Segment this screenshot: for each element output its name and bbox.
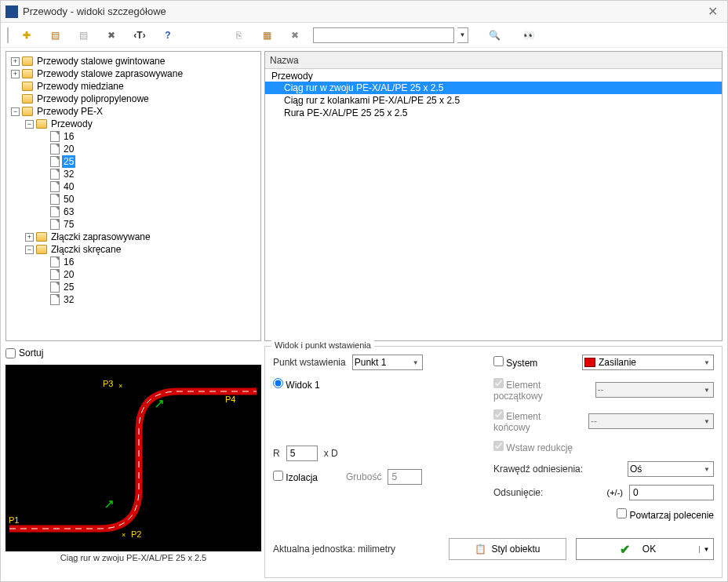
element-koncowy-check: Element końcowy: [493, 409, 576, 433]
tree-leaf[interactable]: 16: [38, 130, 259, 143]
system-select[interactable]: Zasilanie▼: [582, 355, 714, 370]
tree-leaf[interactable]: 40: [38, 180, 259, 193]
tree-leaf[interactable]: 32: [38, 293, 259, 306]
tree-item[interactable]: +Przewody stalowe gwintowane: [9, 55, 259, 67]
unit-label: Aktualna jednostka: milimetry: [273, 544, 395, 555]
tree-leaf[interactable]: 20: [38, 143, 259, 155]
list-header[interactable]: Nazwa: [265, 52, 722, 69]
tree: +Przewody stalowe gwintowane +Przewody s…: [6, 52, 260, 309]
tree-leaf[interactable]: 20: [38, 268, 259, 281]
r-input[interactable]: [286, 446, 318, 461]
preview-panel: P1 P2 × P3 × P4 Ciąg rur w zwoju PE-X/AL…: [5, 365, 261, 564]
check-icon: ✔: [620, 542, 630, 557]
system-check[interactable]: System: [493, 356, 537, 369]
style-icon: 📋: [475, 544, 486, 555]
binoculars-icon[interactable]: 👀: [520, 27, 537, 44]
styl-obiektu-button[interactable]: 📋 Styl obiektu: [449, 538, 566, 560]
tree-leaf-selected[interactable]: 25: [38, 155, 259, 168]
help-icon[interactable]: ?: [159, 27, 177, 44]
powtarzaj-check[interactable]: Powtarzaj polecenie: [617, 508, 714, 521]
point-p4: P4: [225, 395, 235, 404]
doc2-icon[interactable]: ▤: [75, 27, 92, 44]
grubosc-input: [388, 469, 422, 485]
element-konc-select: --▼: [588, 413, 714, 429]
tree-item[interactable]: Przewody miedziane: [9, 80, 259, 93]
tree-item[interactable]: −Przewody: [24, 118, 259, 130]
window-title: Przewody - widoki szczegółowe: [23, 5, 703, 17]
search-icon[interactable]: 🔍: [486, 27, 503, 44]
sort-row: Sortuj: [5, 346, 261, 360]
app-icon: [5, 5, 18, 18]
element-pocz-select: --▼: [595, 382, 714, 398]
tree-leaf[interactable]: 32: [38, 168, 259, 180]
insert-point-select[interactable]: Punkt 1▼: [352, 355, 423, 370]
list-pane[interactable]: Nazwa Przewody Ciąg rur w zwoju PE-X/AL/…: [264, 51, 723, 341]
r-label: R: [273, 448, 280, 459]
list-item[interactable]: Rura PE-X/AL/PE 25 25 x 2.5: [265, 107, 722, 119]
flow-arrow-icon: [104, 498, 115, 509]
preview-canvas: P1 P2 × P3 × P4: [5, 365, 261, 551]
toolbar-grip: [7, 27, 12, 43]
wstaw-redukcje-check: Wstaw redukcję: [493, 441, 573, 453]
tree-item[interactable]: +Złączki zaprasowywane: [24, 231, 259, 243]
color-swatch-icon: [584, 358, 595, 367]
preview-caption: Ciąg rur w zwoju PE-X/AL/PE 25 x 2.5: [5, 551, 261, 564]
izolacja-check[interactable]: Izolacja: [273, 471, 318, 483]
text-icon[interactable]: ‹T›: [131, 27, 148, 44]
list-item[interactable]: Ciąg rur w zwoju PE-X/AL/PE 25 x 2.5: [265, 82, 722, 94]
list-group[interactable]: Przewody: [265, 71, 722, 82]
list-item[interactable]: Ciąg rur z kolankami PE-X/AL/PE 25 x 2.5: [265, 94, 722, 107]
ok-dropdown[interactable]: ▼: [699, 546, 713, 553]
doc-icon[interactable]: ▤: [46, 27, 64, 44]
tree-pane[interactable]: +Przewody stalowe gwintowane +Przewody s…: [5, 51, 261, 341]
tree-item[interactable]: +Przewody stalowe zaprasowywane: [9, 67, 259, 80]
krawedz-select[interactable]: Oś▼: [628, 461, 714, 477]
tree-leaf[interactable]: 50: [38, 193, 259, 206]
tree-item[interactable]: −Przewody PE-X: [9, 105, 259, 118]
delete-icon[interactable]: ✖: [286, 27, 304, 44]
tree-leaf[interactable]: 63: [38, 206, 259, 218]
titlebar: Przewody - widoki szczegółowe ✕: [1, 1, 727, 23]
point-p2: P2: [131, 529, 141, 539]
tools-icon[interactable]: ✖: [103, 27, 120, 44]
options-group: Widok i punkt wstawienia Punkt wstawieni…: [264, 346, 723, 578]
flow-arrow-icon: [155, 398, 166, 409]
tree-item[interactable]: −Złączki skręcane: [24, 243, 259, 256]
insert-point-label: Punkt wstawienia: [273, 357, 346, 368]
tree-leaf[interactable]: 16: [38, 256, 259, 268]
point-p1: P1: [9, 515, 19, 525]
krawedz-label: Krawędź odniesienia:: [493, 464, 583, 475]
toolbar: ✚ ▤ ▤ ✖ ‹T› ? ⎘ ▦ ✖ ▼ 🔍 👀: [1, 23, 727, 48]
paste-icon[interactable]: ▦: [258, 27, 275, 44]
sort-label: Sortuj: [19, 347, 43, 358]
element-poczatkowy-check: Element początkowy: [493, 378, 583, 402]
pipe-path-svg: [5, 365, 261, 551]
odsuniecie-input[interactable]: [629, 485, 714, 500]
odsuniecie-label: Odsunięcie:: [493, 487, 543, 498]
sort-checkbox[interactable]: [5, 348, 16, 358]
point-p3: P3: [103, 379, 113, 388]
close-icon[interactable]: ✕: [703, 4, 723, 19]
tree-leaf[interactable]: 75: [38, 218, 259, 231]
grubosc-label: Grubość: [346, 471, 381, 482]
view1-radio[interactable]: Widok 1: [273, 378, 320, 391]
search-dropdown[interactable]: ▼: [457, 27, 468, 43]
add-icon[interactable]: ✚: [18, 27, 35, 44]
group-legend: Widok i punkt wstawienia: [271, 340, 374, 350]
tree-leaf[interactable]: 25: [38, 281, 259, 293]
search-input[interactable]: [313, 27, 454, 43]
copy-icon[interactable]: ⎘: [230, 27, 247, 44]
tree-item[interactable]: Przewody polipropylenowe: [9, 93, 259, 105]
ok-button[interactable]: ✔OK ▼: [576, 538, 714, 560]
